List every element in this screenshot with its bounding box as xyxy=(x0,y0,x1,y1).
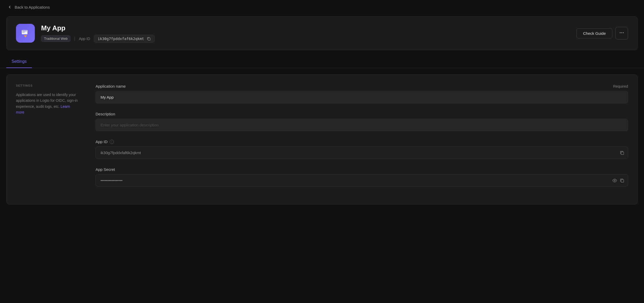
app-id-group: App ID i xyxy=(96,139,628,159)
app-secret-label-row: App Secret xyxy=(96,167,628,172)
back-to-applications-link[interactable]: Back to Applications xyxy=(7,5,50,9)
app-id-label-row: App ID i xyxy=(96,139,628,144)
app-secret-group: App Secret xyxy=(96,167,628,187)
svg-rect-10 xyxy=(621,179,624,182)
app-id-input xyxy=(96,147,628,159)
more-icon xyxy=(619,30,624,37)
svg-rect-2 xyxy=(22,32,25,32)
settings-sidebar: SETTINGS Applications are used to identi… xyxy=(16,84,79,195)
app-name-label-row: Application name Required xyxy=(96,84,628,88)
app-secret-actions xyxy=(612,178,624,183)
app-id-value-header: ik30g7fpddxfaf6k2qkmt xyxy=(94,35,155,43)
svg-point-9 xyxy=(614,180,615,181)
app-info: My App Traditional Web | App ID ik30g7fp… xyxy=(41,24,570,43)
check-guide-button[interactable]: Check Guide xyxy=(576,28,612,38)
svg-rect-4 xyxy=(148,38,150,40)
app-icon xyxy=(16,24,35,43)
svg-rect-3 xyxy=(22,32,25,33)
back-link-label: Back to Applications xyxy=(15,5,50,9)
settings-card: SETTINGS Applications are used to identi… xyxy=(6,74,638,205)
app-name: My App xyxy=(41,24,570,32)
app-meta: Traditional Web | App ID ik30g7fpddxfaf6… xyxy=(41,35,570,43)
app-name-input[interactable] xyxy=(96,91,628,103)
top-nav: Back to Applications xyxy=(0,0,644,14)
app-secret-label: App Secret xyxy=(96,167,115,172)
svg-point-7 xyxy=(623,32,624,33)
app-secret-input xyxy=(96,174,628,187)
header-actions: Check Guide xyxy=(576,27,628,40)
app-name-label: Application name xyxy=(96,84,126,88)
description-input[interactable] xyxy=(96,119,628,131)
more-options-button[interactable] xyxy=(615,27,628,40)
description-label: Description xyxy=(96,112,115,116)
app-id-label-header: App ID xyxy=(79,37,90,41)
tabs-bar: Settings xyxy=(0,55,644,68)
svg-point-6 xyxy=(621,32,622,33)
copy-secret-button[interactable] xyxy=(620,178,624,183)
app-type-badge: Traditional Web xyxy=(41,35,70,42)
meta-divider: | xyxy=(74,36,75,41)
description-label-row: Description xyxy=(96,112,628,116)
svg-point-5 xyxy=(620,32,621,33)
settings-sidebar-desc: Applications are used to identify your a… xyxy=(16,92,79,115)
app-header-card: My App Traditional Web | App ID ik30g7fp… xyxy=(6,16,638,50)
tab-settings[interactable]: Settings xyxy=(6,55,32,68)
app-id-info-icon: i xyxy=(110,140,114,144)
settings-form: Application name Required Description Ap… xyxy=(96,84,628,195)
chevron-left-icon xyxy=(7,5,12,9)
copy-app-id-header-button[interactable] xyxy=(147,37,151,41)
main-content: SETTINGS Applications are used to identi… xyxy=(0,68,644,211)
svg-rect-8 xyxy=(621,152,624,154)
description-group: Description xyxy=(96,112,628,131)
show-secret-button[interactable] xyxy=(612,178,617,183)
app-name-required: Required xyxy=(613,84,628,88)
app-secret-input-wrapper xyxy=(96,174,628,187)
svg-rect-1 xyxy=(22,31,27,31)
copy-app-id-button[interactable] xyxy=(620,150,624,155)
app-id-input-wrapper xyxy=(96,147,628,159)
app-id-label: App ID i xyxy=(96,139,114,144)
settings-sidebar-title: SETTINGS xyxy=(16,84,79,87)
app-name-group: Application name Required xyxy=(96,84,628,103)
